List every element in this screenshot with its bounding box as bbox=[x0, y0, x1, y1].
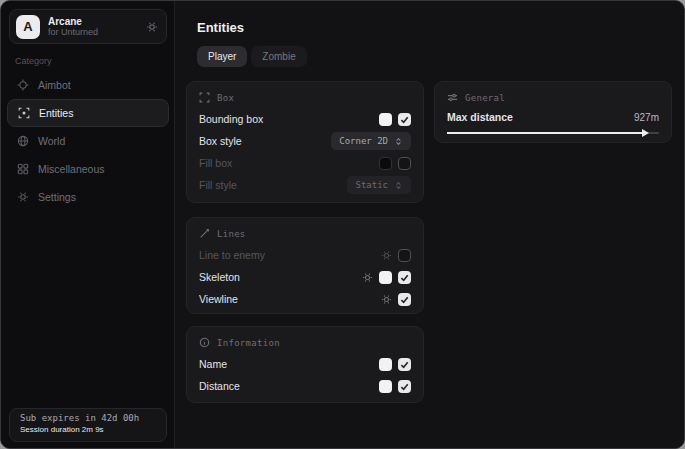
lines-card: Lines Line to enemy Skeleton bbox=[186, 217, 424, 314]
pencil-line-icon bbox=[199, 228, 210, 239]
sub-expiry-text: Sub expires in 42d 00h bbox=[20, 413, 156, 423]
sidebar-item-settings[interactable]: Settings bbox=[7, 183, 169, 211]
box-section-title: Box bbox=[217, 93, 234, 103]
sidebar-item-label: Settings bbox=[38, 191, 76, 203]
entity-tabs: Player Zombie bbox=[197, 46, 307, 67]
app-title: Arcane bbox=[48, 16, 138, 28]
information-card: Information Name Distance bbox=[186, 326, 424, 403]
subscription-card: Sub expires in 42d 00h Session duration … bbox=[9, 408, 167, 442]
box-style-label: Box style bbox=[199, 135, 242, 147]
session-duration-text: Session duration 2m 9s bbox=[20, 425, 156, 434]
tab-player[interactable]: Player bbox=[197, 46, 247, 67]
sidebar-item-aimbot[interactable]: Aimbot bbox=[7, 71, 169, 99]
max-distance-value: 927m bbox=[634, 112, 659, 123]
brand-text: Arcane for Unturned bbox=[48, 16, 138, 38]
skeleton-label: Skeleton bbox=[199, 271, 240, 283]
sidebar-item-label: World bbox=[38, 135, 65, 147]
box-style-value: Corner 2D bbox=[339, 136, 388, 146]
max-distance-slider-fill bbox=[447, 132, 644, 134]
viewline-label: Viewline bbox=[199, 293, 238, 305]
fill-style-dropdown[interactable]: Static bbox=[347, 176, 411, 194]
fill-style-row: Fill style Static bbox=[199, 174, 411, 196]
bounding-box-checkbox[interactable] bbox=[398, 113, 411, 126]
fill-style-label: Fill style bbox=[199, 179, 237, 191]
page-title: Entities bbox=[197, 20, 244, 35]
distance-checkbox[interactable] bbox=[398, 380, 411, 393]
fill-box-label: Fill box bbox=[199, 157, 232, 169]
fill-style-value: Static bbox=[355, 180, 388, 190]
name-color-swatch[interactable] bbox=[379, 358, 392, 371]
tab-zombie[interactable]: Zombie bbox=[251, 46, 306, 67]
box-section-header: Box bbox=[199, 92, 411, 103]
arcane-window: A Arcane for Unturned Category A bbox=[0, 0, 685, 449]
chevron-up-down-icon bbox=[394, 181, 403, 190]
max-distance-slider[interactable] bbox=[447, 128, 659, 137]
name-row: Name bbox=[199, 353, 411, 375]
box-corners-icon bbox=[199, 92, 210, 103]
skeleton-settings-gear-icon[interactable] bbox=[362, 272, 373, 283]
sidebar-item-miscellaneous[interactable]: Miscellaneous bbox=[7, 155, 169, 183]
box-style-dropdown[interactable]: Corner 2D bbox=[331, 132, 411, 150]
crosshair-icon bbox=[17, 79, 29, 91]
gear-icon[interactable] bbox=[146, 21, 158, 33]
max-distance-slider-thumb[interactable] bbox=[642, 129, 649, 137]
app-logo: A bbox=[16, 15, 40, 39]
sidebar-item-label: Aimbot bbox=[38, 79, 71, 91]
information-section-header: Information bbox=[199, 337, 411, 348]
name-label: Name bbox=[199, 358, 227, 370]
sidebar-item-label: Miscellaneous bbox=[38, 163, 105, 175]
chevron-up-down-icon bbox=[394, 137, 403, 146]
name-checkbox[interactable] bbox=[398, 358, 411, 371]
sidebar-item-label: Entities bbox=[39, 107, 73, 119]
distance-label: Distance bbox=[199, 380, 240, 392]
info-icon bbox=[199, 337, 210, 348]
line-to-enemy-settings-gear-icon[interactable] bbox=[381, 250, 392, 261]
grid-icon bbox=[17, 163, 29, 175]
box-card: Box Bounding box Box style Corner 2D bbox=[186, 81, 424, 203]
max-distance-label: Max distance bbox=[447, 111, 513, 123]
fill-box-color-swatch[interactable] bbox=[379, 157, 392, 170]
sliders-icon bbox=[447, 92, 458, 103]
gear-icon bbox=[17, 191, 29, 203]
viewline-row: Viewline bbox=[199, 288, 411, 310]
lines-section-header: Lines bbox=[199, 228, 411, 239]
line-to-enemy-row: Line to enemy bbox=[199, 244, 411, 266]
sidebar-item-world[interactable]: World bbox=[7, 127, 169, 155]
app-subtitle: for Unturned bbox=[48, 27, 138, 37]
category-label: Category bbox=[15, 56, 52, 66]
distance-color-swatch[interactable] bbox=[379, 380, 392, 393]
sidebar-nav: Aimbot Entities World bbox=[7, 71, 169, 211]
line-to-enemy-label: Line to enemy bbox=[199, 249, 265, 261]
line-to-enemy-checkbox[interactable] bbox=[398, 249, 411, 262]
bounding-box-label: Bounding box bbox=[199, 113, 263, 125]
general-card: General Max distance 927m bbox=[434, 81, 672, 143]
bounding-box-color-swatch[interactable] bbox=[379, 113, 392, 126]
skeleton-checkbox[interactable] bbox=[398, 271, 411, 284]
brand-card: A Arcane for Unturned bbox=[9, 9, 167, 44]
lines-section-title: Lines bbox=[217, 229, 246, 239]
skeleton-color-swatch[interactable] bbox=[379, 271, 392, 284]
sidebar-item-entities[interactable]: Entities bbox=[7, 99, 169, 127]
entity-scan-icon bbox=[18, 107, 30, 119]
sidebar: A Arcane for Unturned Category A bbox=[1, 1, 175, 448]
main-panel: Entities Player Zombie Box Bounding box bbox=[176, 1, 685, 448]
skeleton-row: Skeleton bbox=[199, 266, 411, 288]
fill-box-checkbox[interactable] bbox=[398, 157, 411, 170]
globe-icon bbox=[17, 135, 29, 147]
general-section-header: General bbox=[447, 92, 659, 103]
max-distance-row: Max distance 927m bbox=[447, 108, 659, 126]
general-section-title: General bbox=[465, 93, 505, 103]
distance-row: Distance bbox=[199, 375, 411, 397]
viewline-checkbox[interactable] bbox=[398, 293, 411, 306]
viewline-settings-gear-icon[interactable] bbox=[381, 294, 392, 305]
information-section-title: Information bbox=[217, 338, 280, 348]
box-style-row: Box style Corner 2D bbox=[199, 130, 411, 152]
bounding-box-row: Bounding box bbox=[199, 108, 411, 130]
fill-box-row: Fill box bbox=[199, 152, 411, 174]
